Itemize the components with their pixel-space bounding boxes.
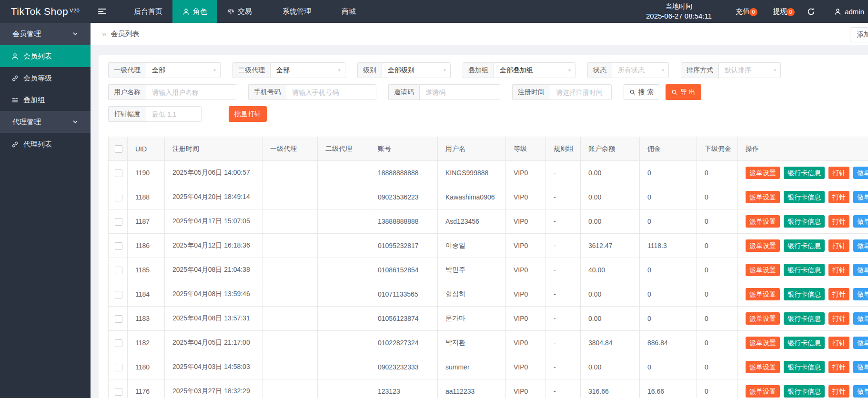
filter-select-field[interactable]: 全部级别▼: [382, 62, 451, 78]
nav-item-trade[interactable]: 交易: [217, 0, 262, 23]
cell-username: KINGS999888: [438, 161, 506, 185]
row-action-button[interactable]: 派单设置: [746, 191, 780, 204]
row-action-button[interactable]: 做单: [853, 191, 868, 204]
row-checkbox[interactable]: [115, 364, 122, 371]
row-checkbox[interactable]: [115, 242, 122, 250]
row-action-button[interactable]: 派单设置: [746, 264, 780, 277]
filter-text-input[interactable]: [425, 89, 494, 96]
table-row: 1180 2025年04月03日 14:58:03 09023232333 su…: [109, 355, 868, 379]
row-action-button[interactable]: 派单设置: [746, 312, 780, 325]
row-action-button[interactable]: 做单: [853, 337, 868, 349]
batch-injection-button[interactable]: 批量打针: [229, 106, 267, 122]
user-icon: [11, 53, 19, 60]
filter-select-field[interactable]: 全部叠加组▼: [494, 62, 575, 78]
sidebar-item[interactable]: 叠加组: [0, 89, 91, 111]
select-all-checkbox[interactable]: [115, 145, 122, 153]
chevron-down-icon: ▼: [773, 69, 777, 72]
withdraw-button[interactable]: 提现 0: [761, 7, 798, 16]
filter-text-input[interactable]: [292, 89, 370, 96]
sidebar-item[interactable]: 代理列表: [0, 133, 91, 155]
add-member-button[interactable]: 添加会员: [850, 27, 868, 42]
filter-select-field[interactable]: 所有状态▼: [612, 62, 669, 78]
row-action-button[interactable]: 派单设置: [746, 385, 780, 398]
row-action-button[interactable]: 派单设置: [746, 167, 780, 179]
export-button[interactable]: 导 出: [666, 84, 701, 100]
row-action-button[interactable]: 银行卡信息: [784, 385, 825, 398]
row-checkbox[interactable]: [115, 339, 122, 347]
cell-balance: 0.00: [581, 209, 640, 234]
recharge-button[interactable]: 充值 0: [724, 7, 761, 16]
row-checkbox[interactable]: [115, 218, 122, 226]
row-action-button[interactable]: 做单: [853, 167, 868, 179]
row-action-button[interactable]: 银行卡信息: [784, 312, 825, 325]
search-button[interactable]: 搜 索: [624, 84, 659, 100]
row-action-button[interactable]: 银行卡信息: [784, 191, 825, 204]
row-action-button[interactable]: 打针: [828, 167, 849, 179]
row-checkbox[interactable]: [115, 267, 122, 274]
cell-account: 01056123874: [370, 307, 438, 331]
row-action-button[interactable]: 银行卡信息: [784, 215, 825, 228]
sidebar-item[interactable]: 会员列表: [0, 45, 91, 67]
nav-item-dashboard[interactable]: 后台首页: [113, 0, 172, 23]
row-action-button[interactable]: 银行卡信息: [784, 239, 825, 252]
cell-username: 혈심히: [438, 282, 506, 307]
row-checkbox[interactable]: [115, 388, 122, 396]
row-action-button[interactable]: 打针: [828, 191, 849, 204]
user-menu[interactable]: admin: [824, 8, 868, 16]
nav-item-mall[interactable]: 商城: [321, 0, 366, 23]
row-action-button[interactable]: 做单: [853, 385, 868, 398]
row-action-button[interactable]: 派单设置: [746, 239, 780, 252]
row-checkbox[interactable]: [115, 194, 122, 201]
row-checkbox[interactable]: [115, 315, 122, 323]
sidebar-group-header[interactable]: 会员管理: [0, 23, 91, 45]
row-action-button[interactable]: 打针: [828, 215, 849, 228]
refresh-button[interactable]: [798, 8, 824, 16]
nav-item-system[interactable]: 系统管理: [262, 0, 321, 23]
row-action-button[interactable]: 派单设置: [746, 288, 780, 301]
chevron-down-icon: ▼: [337, 69, 342, 72]
row-action-button[interactable]: 派单设置: [746, 361, 780, 374]
row-action-button[interactable]: 银行卡信息: [784, 361, 825, 374]
row-action-button[interactable]: 打针: [828, 312, 849, 325]
sidebar-toggle-button[interactable]: [91, 0, 113, 23]
row-action-button[interactable]: 打针: [828, 385, 849, 398]
row-action-button[interactable]: 打针: [828, 288, 849, 301]
row-action-button[interactable]: 做单: [853, 361, 868, 374]
row-action-button[interactable]: 银行卡信息: [784, 288, 825, 301]
filter-select-field[interactable]: 全部▼: [146, 62, 221, 78]
user-icon: [834, 8, 841, 15]
row-action-button[interactable]: 做单: [853, 312, 868, 325]
row-action-button[interactable]: 银行卡信息: [784, 337, 825, 349]
row-action-button[interactable]: 银行卡信息: [784, 167, 825, 179]
recharge-label: 充值: [736, 7, 750, 15]
user-icon: [834, 8, 841, 15]
row-action-button[interactable]: 派单设置: [746, 337, 780, 349]
cell-reg-time: 2025年04月20日 18:49:14: [165, 185, 262, 209]
row-checkbox[interactable]: [115, 291, 122, 298]
row-action-button[interactable]: 做单: [853, 264, 868, 277]
cell-reg-time: 2025年04月08日 21:04:38: [165, 258, 262, 282]
filter-select-field[interactable]: 全部▼: [270, 62, 345, 78]
row-action-button[interactable]: 做单: [853, 239, 868, 252]
row-action-button[interactable]: 做单: [853, 215, 868, 228]
row-action-button[interactable]: 做单: [853, 288, 868, 301]
row-action-button[interactable]: 打针: [828, 337, 849, 349]
filter-text-input[interactable]: [556, 89, 606, 96]
filter-select-label: 一级代理: [108, 62, 146, 78]
row-checkbox[interactable]: [115, 169, 122, 177]
row-action-button[interactable]: 打针: [828, 264, 849, 277]
row-action-button[interactable]: 银行卡信息: [784, 264, 825, 277]
filter-text-input[interactable]: [152, 89, 230, 96]
nav-item-roles[interactable]: 角色: [172, 0, 217, 23]
filter-select-field[interactable]: 默认排序▼: [718, 62, 781, 78]
cell-balance: 0.00: [581, 185, 640, 209]
sidebar-item[interactable]: 会员等级: [0, 67, 91, 89]
cell-sub-commission: 0: [697, 209, 738, 234]
injection-range-input[interactable]: [152, 110, 195, 118]
sidebar-group-header[interactable]: 代理管理: [0, 111, 91, 133]
row-action-button[interactable]: 派单设置: [746, 215, 780, 228]
cell-level: VIP0: [506, 185, 546, 209]
row-action-button[interactable]: 打针: [828, 239, 849, 252]
row-action-button[interactable]: 打针: [828, 361, 849, 374]
cell-sub-commission: 0: [697, 379, 738, 398]
